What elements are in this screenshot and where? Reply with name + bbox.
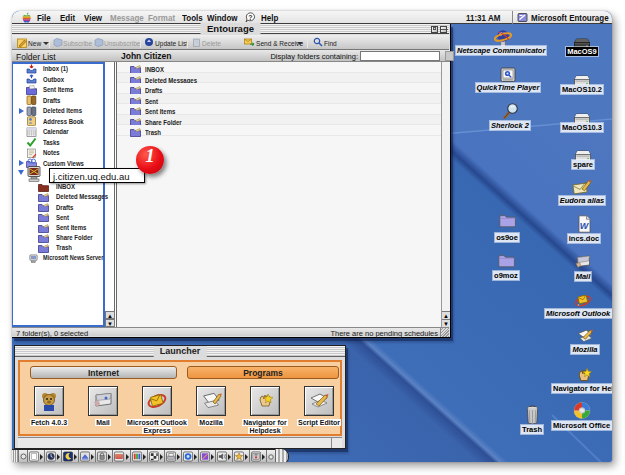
svg-text:?: ?	[248, 14, 252, 21]
svg-text:W: W	[579, 221, 589, 231]
